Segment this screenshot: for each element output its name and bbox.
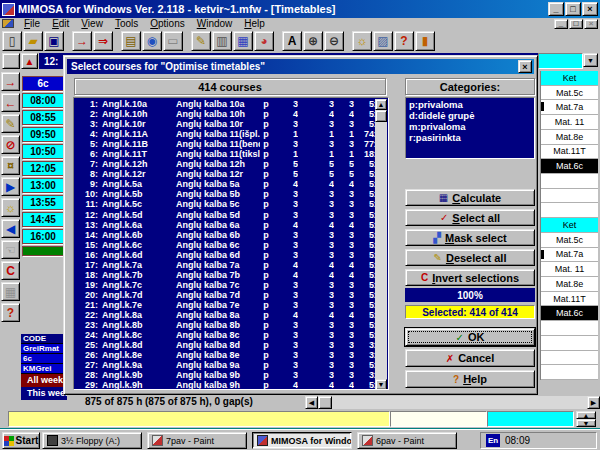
blocks-icon[interactable]: ▦ (233, 31, 253, 51)
lock-icon[interactable]: ¤ (1, 156, 20, 175)
timetable-cell[interactable]: Mat. 11 (541, 115, 598, 130)
globe-icon[interactable]: ◉ (142, 31, 162, 51)
all-week-row[interactable]: All week (21, 374, 67, 387)
timetable-cell[interactable] (541, 174, 598, 189)
taskbar-task[interactable]: 3½ Floppy (A:) (42, 432, 142, 449)
time-cell[interactable]: 13:55 (22, 195, 64, 210)
dialog-title-bar[interactable]: Select courses for "Optimise timetables"… (67, 59, 534, 74)
Anglų kalba 5c[interactable]: 11:Angl.k.5cAnglų kalba 5cp3335x (76, 199, 377, 209)
timetable-cell[interactable]: Mat.8e (541, 130, 598, 145)
menu-item[interactable]: Edit (46, 18, 75, 29)
Anglų kalba 11(tiksl[interactable]: 6:Angl.k.11TAnglų kalba 11(tikslp11118x (76, 149, 377, 159)
edit-strip-cyan[interactable] (487, 411, 574, 427)
Anglų kalba 6b[interactable]: 14:Angl.k.6bAnglų kalba 6bp3335x (76, 230, 377, 240)
new-icon[interactable]: ▯ (2, 31, 22, 51)
Anglų kalba 5d[interactable]: 12:Angl.k.5dAnglų kalba 5dp3335x (76, 210, 377, 220)
ok-button[interactable]: ✓OK (405, 328, 535, 346)
prev-icon[interactable]: ◀ (1, 219, 20, 238)
timetable-cell[interactable] (541, 203, 598, 218)
close-button[interactable]: × (582, 2, 598, 16)
open-icon[interactable]: ▰ (23, 31, 43, 51)
select-all-button[interactable]: ✓Select all (405, 209, 535, 226)
dialog-close-icon[interactable]: × (518, 60, 532, 73)
Anglų kalba 10a[interactable]: 1:Angl.k.10aAnglų kalba 10ap3335x (76, 99, 377, 109)
cancel-button[interactable]: ✗Cancel (405, 349, 535, 367)
Anglų kalba 5a[interactable]: 9:Angl.k.5aAnglų kalba 5ap4445x (76, 179, 377, 189)
time-cell[interactable]: 08:00 (22, 93, 64, 108)
timetable-cell[interactable] (541, 365, 598, 380)
timetable-cell[interactable]: Mat.7a (541, 100, 598, 115)
timetable-cell[interactable] (541, 336, 598, 351)
start-button[interactable]: Start (2, 432, 40, 449)
import-icon[interactable]: → (72, 31, 92, 51)
piechart-icon[interactable]: ◕ (254, 31, 274, 51)
code-panel-row[interactable]: CODE (21, 334, 67, 344)
timetable-cell[interactable]: Mat.5c (541, 233, 598, 248)
spin-up-icon[interactable]: ▲ (576, 411, 596, 419)
timetable-cell[interactable]: Ket (541, 71, 598, 86)
Anglų kalba 7a[interactable]: 17:Angl.k.7aAnglų kalba 7ap4445x (76, 260, 377, 270)
horizontal-scrollbar[interactable]: ◀ ▶ (305, 396, 600, 409)
time-cell[interactable]: 09:50 (22, 127, 64, 142)
combo-dropdown-icon[interactable]: ▼ (583, 53, 598, 67)
Anglų kalba 6d[interactable]: 16:Angl.k.6dAnglų kalba 6dp3335x (76, 250, 377, 260)
calculate-button[interactable]: ▦Calculate (405, 189, 535, 206)
sun-icon[interactable]: ☼ (352, 31, 372, 51)
menu-item[interactable]: Help (238, 18, 271, 29)
timetable-cell[interactable] (541, 321, 598, 336)
export-icon[interactable]: ⇒ (93, 31, 113, 51)
timetable-cell[interactable] (541, 351, 598, 366)
Anglų kalba 8a[interactable]: 22:Angl.k.8aAnglų kalba 8ap4445x (76, 310, 377, 320)
mdi-close-button[interactable]: × (584, 19, 598, 29)
title-bar[interactable]: MIMOSA for Windows Ver. 2.118 - ketvir~1… (0, 0, 600, 18)
class-header-cell[interactable]: 6c (22, 76, 64, 91)
Anglų kalba 7c[interactable]: 19:Angl.k.7cAnglų kalba 7cp3335x (76, 280, 377, 290)
course-list-scrollbar[interactable]: ▲ ▼ (375, 99, 387, 390)
Anglų kalba 6a[interactable]: 13:Angl.k.6aAnglų kalba 6ap4445x (76, 220, 377, 230)
spin-down-icon[interactable]: ▼ (576, 419, 596, 427)
place-course-icon[interactable]: → (1, 72, 20, 91)
time-cell[interactable]: 13:00 (22, 178, 64, 193)
notes-icon[interactable]: ✎ (191, 31, 211, 51)
code-panel-row[interactable]: KMGrei (21, 364, 67, 374)
Anglų kalba 10h[interactable]: 2:Angl.k.10hAnglų kalba 10hp4445x (76, 109, 377, 119)
mdi-child-icon[interactable] (2, 19, 14, 28)
scroll-down-icon[interactable]: ▼ (375, 379, 387, 390)
Anglų kalba 11(išpl.)[interactable]: 4:Angl.k.11AAnglų kalba 11(išpl.)p11174x (76, 129, 377, 139)
categories-list[interactable]: p:privalomad:didelė grupėm:privalomar:pa… (405, 97, 535, 159)
hint-icon[interactable]: ☼ (1, 198, 20, 217)
code-panel-row[interactable]: 6c (21, 354, 67, 364)
Anglų kalba 8c[interactable]: 24:Angl.k.8cAnglų kalba 8cp3335x (76, 330, 377, 340)
timetable-cell[interactable]: Mat.6c (541, 159, 598, 174)
timetable-cell[interactable]: Mat.8e (541, 277, 598, 292)
timetable-cell[interactable]: Mat.6c (541, 306, 598, 321)
taskbar-task[interactable]: 7pav - Paint (147, 432, 247, 449)
deselect-all-button[interactable]: ✎Deselect all (405, 249, 535, 266)
zoom-in-icon[interactable]: ⊕ (303, 31, 323, 51)
save-icon[interactable]: ▣ (44, 31, 64, 51)
exit-icon[interactable]: ▮ (415, 31, 435, 51)
invert-selections-button[interactable]: CInvert selections (405, 269, 535, 286)
mask-select-button[interactable]: ▞Mask select (405, 229, 535, 246)
Anglų kalba 11(bend[interactable]: 5:Angl.k.11BAnglų kalba 11(bendp33377x (76, 139, 377, 149)
timetable-cell[interactable]: Ket (541, 218, 598, 233)
mdi-restore-button[interactable]: □ (569, 19, 583, 29)
Anglų kalba 12h[interactable]: 7:Angl.k.12hAnglų kalba 12hp5555x (76, 159, 377, 169)
category-item[interactable]: d:didelė grupė (409, 110, 531, 121)
Anglų kalba 6c[interactable]: 15:Angl.k.6cAnglų kalba 6cp3335x (76, 240, 377, 250)
time-cell[interactable]: 14:45 (22, 212, 64, 227)
timetable-cell[interactable]: Mat. 11 (541, 262, 598, 277)
time-cell[interactable]: 12:05 (22, 161, 64, 176)
time-cell[interactable]: 08:55 (22, 110, 64, 125)
language-indicator[interactable]: En (486, 434, 500, 447)
font-icon[interactable]: A (282, 31, 302, 51)
copy-icon[interactable]: ▥ (212, 31, 232, 51)
scroll-up-button[interactable]: ▲ (21, 53, 38, 69)
Anglų kalba 9h[interactable]: 29:Angl.k.9hAnglų kalba 9hp4445x (76, 380, 377, 390)
class-combobox[interactable]: ▼ (538, 53, 598, 69)
Anglų kalba 8e[interactable]: 26:Angl.k.8eAnglų kalba 8ep3333x (76, 350, 377, 360)
menu-item[interactable]: Window (191, 18, 239, 29)
help-button[interactable]: ?Help (405, 370, 535, 388)
next-icon[interactable]: ▶ (1, 177, 20, 196)
unplace-course-icon[interactable]: ← (1, 93, 20, 112)
